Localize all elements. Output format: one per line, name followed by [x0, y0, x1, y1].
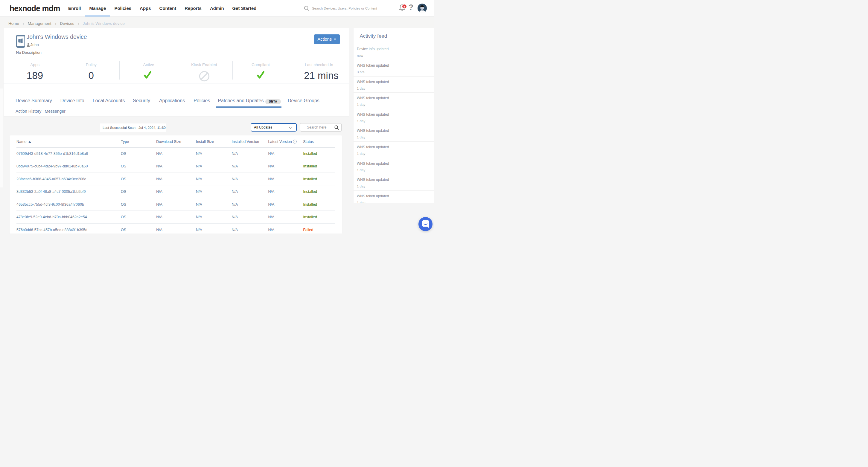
- svg-text:i: i: [294, 140, 295, 143]
